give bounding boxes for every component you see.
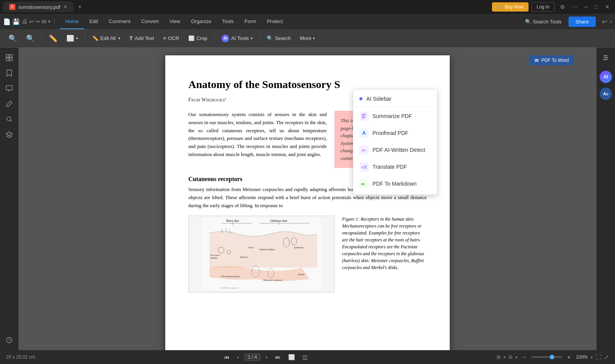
fullscreen-btn[interactable]: ⛶ bbox=[596, 354, 601, 360]
zoom-slider[interactable] bbox=[531, 356, 562, 358]
share-button[interactable]: Share bbox=[568, 17, 596, 27]
ai-detect-item[interactable]: AI PDF AI-Written Detect bbox=[353, 141, 437, 158]
maximize-icon[interactable]: ⤢ bbox=[604, 354, 609, 360]
svg-text:Hairy skin: Hairy skin bbox=[226, 219, 239, 223]
back-icon[interactable]: ↩ bbox=[602, 18, 607, 25]
sidebar-help-icon[interactable]: ? bbox=[2, 333, 16, 347]
fit-width-btn[interactable]: ◫ bbox=[300, 353, 310, 361]
proofread-icon bbox=[359, 128, 369, 138]
pdf-tab[interactable]: P somatosensory.pdf ✕ bbox=[3, 2, 73, 12]
proofread-pdf-item[interactable]: Proofread PDF bbox=[353, 125, 437, 141]
right-adjust-icon[interactable] bbox=[599, 51, 613, 65]
rect-dropdown-icon: ▾ bbox=[76, 36, 78, 40]
zoom-dropdown[interactable]: ▾ bbox=[591, 355, 593, 359]
maximize-btn[interactable]: □ bbox=[593, 3, 600, 11]
svg-rect-38 bbox=[362, 118, 364, 119]
translate-pdf-item[interactable]: A文 Translate PDF bbox=[353, 158, 437, 175]
redo-icon[interactable]: ↪ bbox=[35, 18, 40, 25]
fit-page-btn[interactable]: ⬜ bbox=[286, 353, 297, 361]
sidebar-search-icon[interactable] bbox=[2, 112, 16, 126]
summarize-icon bbox=[359, 111, 369, 121]
rectangle-button[interactable]: ⬜ ▾ bbox=[63, 32, 82, 44]
email-icon[interactable]: ✉ bbox=[42, 18, 47, 25]
undo-icon[interactable]: ↩ bbox=[29, 18, 34, 25]
sidebar-pen-icon[interactable] bbox=[2, 97, 16, 111]
settings-icon[interactable]: ⚙ bbox=[558, 3, 567, 11]
search-icon: 🔍 bbox=[267, 35, 273, 41]
crop-button[interactable]: ⬜ Crop bbox=[184, 33, 211, 43]
menu-view[interactable]: View bbox=[164, 14, 186, 29]
word-bubble[interactable]: Ac bbox=[600, 88, 612, 100]
title-bar: P somatosensory.pdf ✕ + 🛒 Buy Now Log In… bbox=[0, 0, 615, 14]
svg-rect-37 bbox=[362, 117, 366, 118]
forward-arrow-icon[interactable]: › bbox=[610, 18, 612, 25]
zoom-thumb bbox=[550, 355, 554, 359]
first-page-btn[interactable]: ⏮ bbox=[222, 353, 232, 361]
toolbar: 🔍 🔍 ✏️ ⬜ ▾ ✏️ Edit All T Add Text ≡ OCR … bbox=[0, 29, 615, 48]
zoom-in-btn[interactable]: + bbox=[565, 353, 573, 361]
prev-page-btn[interactable]: ‹ bbox=[235, 353, 241, 361]
log-in-button[interactable]: Log In bbox=[532, 2, 554, 12]
ai-tools-button[interactable]: AI AI Tools ▾ bbox=[218, 32, 256, 45]
tab-pdf-icon: P bbox=[9, 4, 15, 10]
search-button[interactable]: 🔍 Search bbox=[263, 33, 294, 43]
pdf-to-markdown-item[interactable]: M↓ PDF To Markdown bbox=[353, 175, 437, 192]
last-page-btn[interactable]: ⏭ bbox=[273, 353, 283, 361]
ai-dropdown-icon: ▾ bbox=[251, 36, 253, 40]
buy-now-button[interactable]: 🛒 Buy Now bbox=[492, 2, 529, 12]
print-icon[interactable]: 🖨 bbox=[22, 18, 28, 25]
dimensions-label: 20 x 25.01 cm bbox=[6, 354, 35, 360]
ai-sidebar-menu-item[interactable]: AI Sidebar bbox=[353, 92, 437, 106]
svg-point-48 bbox=[604, 59, 605, 60]
sidebar-thumbnail-icon[interactable] bbox=[2, 51, 16, 65]
edit-all-button[interactable]: ✏️ Edit All bbox=[88, 33, 124, 43]
more-options-icon[interactable]: ⋯ bbox=[570, 3, 580, 11]
menu-convert[interactable]: Convert bbox=[136, 14, 164, 29]
menu-organize[interactable]: Organize bbox=[186, 14, 217, 29]
page-indicator[interactable]: 1 / 4 bbox=[244, 353, 260, 361]
minimize-btn[interactable]: ─ bbox=[582, 3, 590, 11]
menu-tools[interactable]: Tools bbox=[217, 14, 239, 29]
view-options-dropdown[interactable]: ▾ bbox=[504, 355, 505, 359]
bottom-bar: 20 x 25.01 cm ⏮ ‹ 1 / 4 › ⏭ ⬜ ◫ ⊞ ▾ ⊟ ▾ … bbox=[0, 350, 615, 364]
left-sidebar: ? bbox=[0, 48, 18, 350]
menu-form[interactable]: Form bbox=[239, 14, 261, 29]
page-navigation: ⏮ ‹ 1 / 4 › ⏭ ⬜ ◫ bbox=[40, 353, 492, 361]
menu-edit[interactable]: Edit bbox=[84, 14, 103, 29]
menu-home[interactable]: Home bbox=[60, 14, 84, 29]
sidebar-bookmark-icon[interactable] bbox=[2, 66, 16, 80]
ocr-button[interactable]: ≡ OCR bbox=[160, 33, 183, 43]
layout-dropdown[interactable]: ▾ bbox=[515, 355, 517, 359]
tab-add-btn[interactable]: + bbox=[78, 3, 81, 10]
sidebar-layers-icon[interactable] bbox=[2, 128, 16, 141]
search-tools-icon: 🔍 bbox=[525, 19, 531, 25]
highlight-button[interactable]: ✏️ bbox=[45, 32, 61, 45]
more-button[interactable]: More ▾ bbox=[296, 33, 319, 43]
zoom-out-btn[interactable]: − bbox=[520, 353, 528, 361]
view-options-icon[interactable]: ⊞ bbox=[497, 354, 500, 360]
menu-comment[interactable]: Comment bbox=[103, 14, 136, 29]
layout-icon[interactable]: ⊟ bbox=[509, 354, 512, 360]
next-page-btn[interactable]: › bbox=[263, 353, 270, 361]
svg-rect-36 bbox=[362, 115, 365, 116]
sidebar-comment-icon[interactable] bbox=[2, 81, 16, 95]
dropdown-icon[interactable]: ▾ bbox=[48, 19, 50, 24]
pdf-to-word-button[interactable]: W PDF To Word bbox=[529, 55, 573, 65]
save-icon[interactable]: 💾 bbox=[12, 18, 20, 25]
zoom-in-button[interactable]: 🔍 bbox=[22, 32, 38, 45]
right-sidebar: AI Ac bbox=[597, 48, 615, 350]
add-text-button[interactable]: T Add Text bbox=[126, 33, 158, 44]
summarize-pdf-item[interactable]: Summarize PDF bbox=[353, 108, 437, 125]
word-icon: W bbox=[534, 58, 540, 63]
menu-protect[interactable]: Protect bbox=[261, 14, 288, 29]
search-tools-btn[interactable]: 🔍 Search Tools bbox=[521, 19, 565, 25]
tab-close-btn[interactable]: ✕ bbox=[63, 4, 67, 10]
file-icon[interactable]: 📄 bbox=[3, 18, 11, 25]
zoom-out-button[interactable]: 🔍 bbox=[5, 32, 21, 45]
svg-text:Epidermis: Epidermis bbox=[294, 246, 304, 249]
close-btn[interactable]: ✕ bbox=[603, 3, 612, 11]
svg-text:Free nerve: Free nerve bbox=[210, 254, 220, 256]
ai-sidebar-bubble[interactable]: AI bbox=[600, 71, 612, 83]
markdown-icon: M↓ bbox=[359, 179, 369, 188]
menu-bar: 📄 💾 🖨 ↩ ↪ ✉ ▾ Home Edit Comment Convert … bbox=[0, 14, 615, 29]
